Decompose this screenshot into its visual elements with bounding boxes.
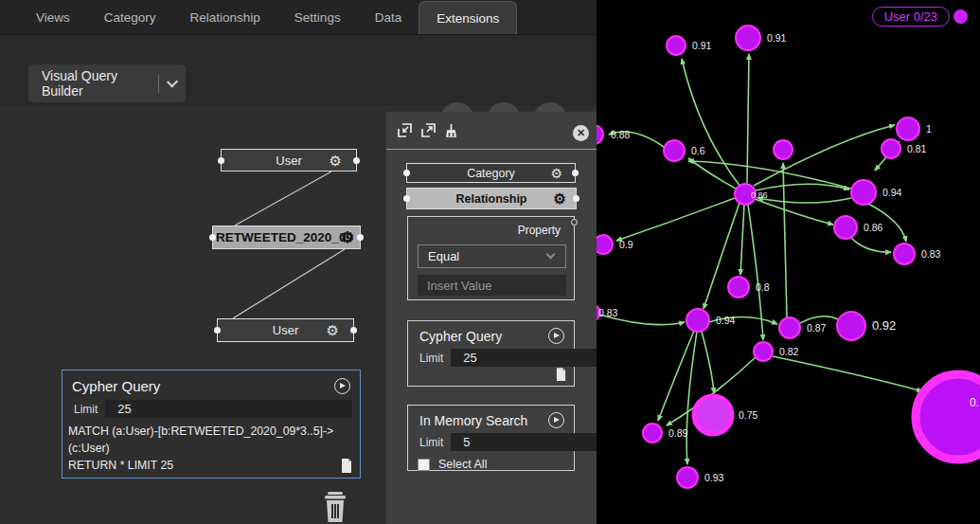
tab-category[interactable]: Category	[87, 0, 173, 34]
graph-node-label: 0.88	[611, 129, 631, 140]
port[interactable]	[571, 219, 578, 226]
operator-select[interactable]: Equal	[418, 244, 566, 268]
play-icon[interactable]	[334, 378, 350, 394]
port[interactable]	[403, 195, 410, 202]
category-box[interactable]: Category ⚙	[406, 163, 576, 183]
trash-icon[interactable]	[322, 491, 348, 523]
memory-search-title: In Memory Search	[419, 413, 527, 428]
graph-edge	[682, 59, 740, 187]
property-title: Property	[408, 217, 574, 237]
query-line: RETURN * LIMIT 25	[68, 458, 354, 475]
gear-icon[interactable]: ⚙	[550, 167, 562, 180]
port[interactable]	[403, 170, 410, 176]
graph-canvas[interactable]: 0.910.910.880.610.810.860.940.860.90.830…	[597, 0, 980, 524]
graph-node[interactable]	[774, 140, 793, 159]
graph-node[interactable]	[728, 277, 749, 298]
legend-color-dot[interactable]	[953, 9, 968, 24]
graph-node-label: 0.83	[921, 248, 941, 260]
import-icon[interactable]	[397, 122, 413, 138]
query-graph-canvas[interactable]: User ⚙ RETWEETED_2020_09 ⚙ User ⚙ Cypher…	[0, 106, 386, 524]
query-builder-pane: Views Category Relationship Settings Dat…	[0, 0, 597, 524]
port[interactable]	[357, 234, 364, 241]
graph-node[interactable]	[916, 374, 980, 460]
tab-relationship[interactable]: Relationship	[173, 0, 277, 34]
graph-node[interactable]	[677, 467, 698, 488]
graph-node-label: 0.86	[751, 190, 768, 200]
property-group: Property Equal	[407, 216, 575, 300]
tab-label: Settings	[294, 10, 341, 25]
port[interactable]	[350, 327, 357, 334]
graph-node[interactable]	[837, 312, 865, 340]
graph-edge	[748, 205, 763, 340]
graph-node[interactable]	[834, 216, 857, 239]
graph-visualization-pane[interactable]: 0.910.910.880.610.810.860.940.860.90.830…	[597, 0, 980, 524]
graph-node[interactable]	[779, 317, 800, 338]
graph-node[interactable]	[851, 180, 876, 205]
graph-node[interactable]	[882, 139, 900, 158]
graph-node-label: 0.91	[767, 32, 787, 44]
tab-settings[interactable]: Settings	[277, 0, 358, 34]
broom-icon[interactable]	[444, 123, 458, 138]
visual-query-builder-label: Visual Query Builder	[42, 68, 151, 99]
graph-node[interactable]	[597, 235, 613, 254]
graph-node[interactable]	[686, 309, 709, 332]
graph-node-label: 1	[926, 123, 932, 135]
port[interactable]	[572, 170, 579, 176]
graph-node[interactable]	[667, 36, 686, 55]
export-icon[interactable]	[420, 122, 437, 138]
visual-query-builder-dropdown[interactable]: Visual Query Builder	[28, 64, 186, 102]
play-icon[interactable]	[548, 328, 564, 344]
tab-data[interactable]: Data	[358, 0, 419, 34]
tab-label: Data	[375, 10, 402, 25]
port[interactable]	[353, 157, 360, 164]
graph-node[interactable]	[894, 244, 915, 264]
gear-icon[interactable]: ⚙	[554, 191, 566, 206]
graph-edge	[747, 54, 749, 183]
limit-input[interactable]	[105, 400, 352, 418]
tab-views[interactable]: Views	[19, 0, 87, 34]
tab-label: Extensions	[437, 11, 499, 26]
port[interactable]	[573, 195, 579, 202]
graph-node[interactable]	[897, 117, 919, 140]
relationship-box[interactable]: Relationship ⚙	[406, 188, 577, 209]
graph-edge	[850, 237, 891, 252]
graphxr-app: Views Category Relationship Settings Dat…	[0, 0, 980, 524]
chevron-down-icon	[546, 250, 556, 260]
play-icon[interactable]	[548, 412, 564, 428]
close-icon[interactable]: ✕	[573, 125, 589, 141]
cypher-query-panel[interactable]: Cypher Query Limit MATCH (a:User)-[b:RET…	[62, 370, 361, 479]
graph-node[interactable]	[754, 342, 773, 361]
node-box-relationship[interactable]: RETWEETED_2020_09 ⚙	[212, 226, 361, 249]
graph-node[interactable]	[643, 424, 662, 443]
port[interactable]	[214, 327, 221, 334]
port[interactable]	[209, 234, 216, 241]
document-icon[interactable]	[556, 368, 566, 381]
node-box-user-c[interactable]: User ⚙	[217, 318, 354, 342]
chevron-down-icon	[167, 76, 178, 87]
graph-node[interactable]	[664, 140, 685, 161]
node-box-label: RETWEETED_2020_09	[216, 230, 353, 244]
select-all-label: Select All	[438, 458, 487, 471]
gear-icon[interactable]: ⚙	[330, 154, 342, 168]
graph-edge	[773, 356, 922, 391]
gear-icon[interactable]: ⚙	[327, 323, 339, 337]
inspector-panel: ✕ Category ⚙ Relationship ⚙ Property Equ…	[386, 112, 597, 524]
gear-icon[interactable]: ⚙	[341, 230, 354, 245]
graph-node-label: 0.94	[882, 187, 902, 198]
property-value-input[interactable]	[418, 275, 566, 296]
select-all-checkbox[interactable]	[418, 459, 430, 471]
graph-edge	[757, 198, 851, 203]
graph-node[interactable]	[694, 396, 732, 434]
graph-node[interactable]	[736, 26, 760, 50]
node-box-user-a[interactable]: User ⚙	[221, 149, 357, 172]
graph-edge	[686, 332, 697, 464]
graph-node-label: 0.83	[598, 307, 618, 318]
graph-node-label: 0.94	[716, 315, 736, 326]
graph-node-label: 0.81	[907, 143, 927, 154]
graph-node[interactable]	[597, 125, 603, 144]
node-box-label: User	[273, 323, 298, 337]
document-icon[interactable]	[341, 459, 352, 473]
tab-extensions[interactable]: Extensions	[419, 1, 517, 34]
port[interactable]	[218, 157, 224, 164]
legend-user-pill[interactable]: User 0/23	[872, 7, 950, 27]
